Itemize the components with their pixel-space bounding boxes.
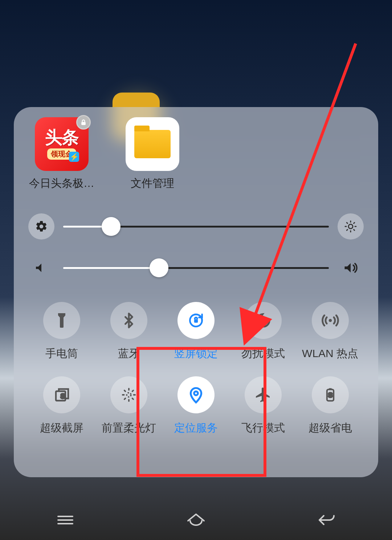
toggle-label: 飞行模式 xyxy=(241,421,285,435)
svg-line-5 xyxy=(354,230,355,230)
toggle-power-save[interactable]: S 超级省电 xyxy=(297,376,364,435)
app-label: 今日头条极… xyxy=(29,176,94,191)
toggle-hotspot[interactable]: WLAN 热点 xyxy=(297,302,364,361)
svg-line-8 xyxy=(347,230,347,230)
toggle-dnd[interactable]: 勿扰模式 xyxy=(229,302,297,361)
auto-brightness-button[interactable] xyxy=(338,213,364,240)
volume-low-icon xyxy=(28,255,54,281)
svg-point-15 xyxy=(127,393,131,397)
quick-toggles-grid: 手电筒 蓝牙 竖屏锁定 勿扰模式 WLAN 热点 xyxy=(28,302,364,435)
home-button[interactable] xyxy=(181,509,211,531)
toggle-label: 勿扰模式 xyxy=(241,346,285,361)
app-shortcuts-row: 头条 领现金 ⚡ 今日头条极… 文件管理 xyxy=(28,117,364,191)
bolt-icon: ⚡ xyxy=(69,152,79,162)
volume-high-icon xyxy=(338,255,364,281)
screenshot-icon: S xyxy=(43,376,80,413)
battery-icon: S xyxy=(312,376,349,413)
location-icon xyxy=(177,376,215,413)
toutiao-banner: 领现金 ⚡ xyxy=(47,148,76,160)
toggle-label: 定位服务 xyxy=(174,421,218,435)
fill-light-icon xyxy=(110,376,147,413)
toggle-airplane[interactable]: 飞行模式 xyxy=(229,376,297,435)
svg-line-19 xyxy=(132,398,134,400)
toggle-label: 手电筒 xyxy=(45,346,78,361)
toggle-bluetooth[interactable]: 蓝牙 xyxy=(95,302,163,361)
brightness-slider-row xyxy=(28,213,364,240)
app-shortcut-toutiao[interactable]: 头条 领现金 ⚡ 今日头条极… xyxy=(33,117,91,191)
svg-line-23 xyxy=(132,390,134,392)
svg-rect-0 xyxy=(81,122,86,125)
svg-text:S: S xyxy=(328,391,332,399)
toggle-label: 超级截屏 xyxy=(40,421,83,435)
app-shortcut-files[interactable]: 文件管理 xyxy=(123,117,181,191)
toggle-flashlight[interactable]: 手电筒 xyxy=(28,302,95,361)
back-button[interactable] xyxy=(312,509,341,531)
svg-line-22 xyxy=(124,398,126,400)
app-label: 文件管理 xyxy=(131,176,174,191)
svg-rect-11 xyxy=(194,319,198,323)
svg-point-24 xyxy=(194,392,198,395)
toggle-location[interactable]: 定位服务 xyxy=(163,376,230,435)
control-center-panel: 头条 领现金 ⚡ 今日头条极… 文件管理 xyxy=(14,107,378,477)
svg-text:S: S xyxy=(61,393,65,400)
airplane-icon xyxy=(245,376,282,413)
system-nav-bar xyxy=(0,500,392,540)
volume-slider[interactable] xyxy=(63,267,329,269)
rotation-lock-icon xyxy=(177,302,215,339)
toggle-screenshot[interactable]: S 超级截屏 xyxy=(28,376,95,435)
svg-line-4 xyxy=(347,222,347,223)
svg-line-18 xyxy=(124,390,126,392)
flashlight-icon xyxy=(43,302,80,339)
toggle-rotation-lock[interactable]: 竖屏锁定 xyxy=(163,302,230,361)
toggle-label: 竖屏锁定 xyxy=(174,346,218,361)
volume-slider-row xyxy=(28,255,364,281)
toutiao-icon: 头条 领现金 ⚡ xyxy=(35,117,89,171)
hotspot-icon xyxy=(312,302,349,339)
toggle-fill-light[interactable]: 前置柔光灯 xyxy=(95,376,163,435)
toggle-label: WLAN 热点 xyxy=(302,346,358,361)
brightness-thumb[interactable] xyxy=(102,217,121,236)
svg-point-1 xyxy=(348,224,353,229)
svg-line-9 xyxy=(354,222,355,223)
volume-thumb[interactable] xyxy=(150,258,168,277)
toggle-label: 超级省电 xyxy=(309,421,352,435)
svg-point-12 xyxy=(328,319,332,322)
svg-rect-26 xyxy=(329,388,331,390)
folder-icon xyxy=(126,117,179,171)
brightness-slider[interactable] xyxy=(63,226,329,228)
moon-icon xyxy=(245,302,282,339)
recent-apps-button[interactable] xyxy=(51,509,80,531)
lock-icon xyxy=(76,115,91,130)
toggle-label: 蓝牙 xyxy=(118,346,140,361)
toutiao-text: 头条 xyxy=(45,129,78,146)
toggle-label: 前置柔光灯 xyxy=(102,421,156,435)
bluetooth-icon xyxy=(110,302,147,339)
settings-button[interactable] xyxy=(28,213,54,240)
